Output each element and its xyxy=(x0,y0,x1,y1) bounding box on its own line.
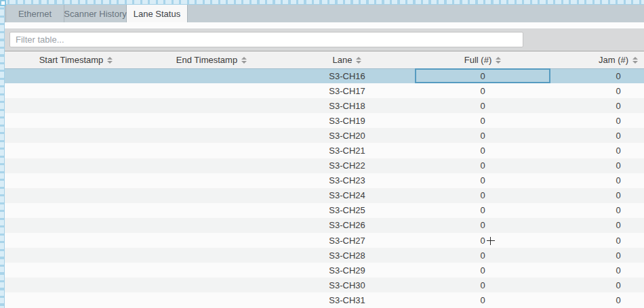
cell-start[interactable] xyxy=(8,203,144,218)
cell-jam[interactable]: 0 xyxy=(550,83,644,98)
cell-full[interactable]: 0 xyxy=(415,278,550,292)
table-row[interactable]: S3-CH1800 xyxy=(0,98,644,113)
cell-start[interactable] xyxy=(8,188,144,203)
cell-start[interactable] xyxy=(8,233,144,248)
tab-lane-status[interactable]: Lane Status xyxy=(127,5,188,22)
cell-lane[interactable]: S3-CH24 xyxy=(279,188,415,203)
table-row[interactable]: S3-CH2100 xyxy=(0,143,644,158)
cell-full[interactable]: 0 xyxy=(415,233,550,248)
cell-full[interactable]: 0 xyxy=(415,173,550,188)
cell-start[interactable] xyxy=(8,248,144,263)
cell-end[interactable] xyxy=(144,173,279,188)
cell-full[interactable]: 0 xyxy=(415,188,550,203)
table-row[interactable]: S3-CH1600 xyxy=(0,68,644,83)
cell-jam[interactable]: 0 xyxy=(550,188,644,203)
cell-end[interactable] xyxy=(144,143,279,158)
cell-lane[interactable]: S3-CH17 xyxy=(279,83,415,98)
cell-start[interactable] xyxy=(8,173,144,188)
cell-jam[interactable]: 0 xyxy=(550,292,644,307)
column-header-lane[interactable]: Lane xyxy=(279,55,415,65)
column-header-end[interactable]: End Timestamp xyxy=(144,55,279,65)
cell-jam[interactable]: 0 xyxy=(550,128,644,143)
table-row[interactable]: S3-CH3100 xyxy=(0,292,644,307)
cell-end[interactable] xyxy=(144,292,279,307)
cell-full[interactable]: 0 xyxy=(415,83,550,98)
cell-jam[interactable]: 0 xyxy=(550,98,644,113)
cell-full[interactable]: 0 xyxy=(415,158,550,173)
table-row[interactable]: S3-CH2800 xyxy=(0,248,644,263)
cell-end[interactable] xyxy=(144,113,279,128)
table-row[interactable]: S3-CH2500 xyxy=(0,203,644,218)
cell-start[interactable] xyxy=(8,158,144,173)
tab-scanner-history[interactable]: Scanner History xyxy=(64,5,127,22)
cell-jam[interactable]: 0 xyxy=(550,233,644,248)
cell-end[interactable] xyxy=(144,188,279,203)
cell-end[interactable] xyxy=(144,203,279,218)
cell-full[interactable]: 0 xyxy=(415,128,550,143)
cell-end[interactable] xyxy=(144,263,279,278)
cell-end[interactable] xyxy=(144,278,279,292)
cell-full[interactable]: 0 xyxy=(415,218,550,233)
cell-start[interactable] xyxy=(8,143,144,158)
cell-jam[interactable]: 0 xyxy=(550,248,644,263)
cell-lane[interactable]: S3-CH18 xyxy=(279,98,415,113)
cell-end[interactable] xyxy=(144,128,279,143)
table-row[interactable]: S3-CH2300 xyxy=(0,173,644,188)
table-row[interactable]: S3-CH2200 xyxy=(0,158,644,173)
cell-lane[interactable]: S3-CH19 xyxy=(279,113,415,128)
cell-full[interactable]: 0 xyxy=(415,203,550,218)
cell-jam[interactable]: 0 xyxy=(550,68,644,83)
selection-resize-handle[interactable] xyxy=(0,0,6,6)
cell-start[interactable] xyxy=(8,263,144,278)
cell-jam[interactable]: 0 xyxy=(550,218,644,233)
cell-full[interactable]: 0 xyxy=(415,113,550,128)
column-header-jam[interactable]: Jam (#) xyxy=(550,55,644,65)
cell-lane[interactable]: S3-CH16 xyxy=(279,68,415,83)
table-row[interactable]: S3-CH3000 xyxy=(0,278,644,292)
cell-lane[interactable]: S3-CH29 xyxy=(279,263,415,278)
table-row[interactable]: S3-CH2000 xyxy=(0,128,644,143)
cell-start[interactable] xyxy=(8,113,144,128)
cell-lane[interactable]: S3-CH27 xyxy=(279,233,415,248)
cell-start[interactable] xyxy=(8,68,144,83)
cell-full[interactable]: 0 xyxy=(415,292,550,307)
cell-end[interactable] xyxy=(144,83,279,98)
filter-table-input[interactable] xyxy=(9,32,523,47)
cell-start[interactable] xyxy=(8,218,144,233)
cell-end[interactable] xyxy=(144,68,279,83)
cell-start[interactable] xyxy=(8,128,144,143)
table-row[interactable]: S3-CH1700 xyxy=(0,83,644,98)
table-row[interactable]: S3-CH2600 xyxy=(0,218,644,233)
cell-full[interactable]: 0 xyxy=(415,98,550,113)
cell-lane[interactable]: S3-CH31 xyxy=(279,292,415,307)
cell-lane[interactable]: S3-CH20 xyxy=(279,128,415,143)
cell-end[interactable] xyxy=(144,218,279,233)
cell-jam[interactable]: 0 xyxy=(550,173,644,188)
table-row[interactable]: S3-CH2400 xyxy=(0,188,644,203)
cell-lane[interactable]: S3-CH30 xyxy=(279,278,415,292)
cell-jam[interactable]: 0 xyxy=(550,143,644,158)
cell-jam[interactable]: 0 xyxy=(550,203,644,218)
cell-lane[interactable]: S3-CH25 xyxy=(279,203,415,218)
cell-start[interactable] xyxy=(8,278,144,292)
cell-full[interactable]: 0 xyxy=(415,143,550,158)
table-row[interactable]: S3-CH2700 xyxy=(0,233,644,248)
cell-start[interactable] xyxy=(8,83,144,98)
column-header-full[interactable]: Full (#) xyxy=(415,55,550,65)
column-header-start[interactable]: Start Timestamp xyxy=(8,55,144,65)
cell-lane[interactable]: S3-CH23 xyxy=(279,173,415,188)
cell-start[interactable] xyxy=(8,98,144,113)
cell-lane[interactable]: S3-CH22 xyxy=(279,158,415,173)
cell-lane[interactable]: S3-CH26 xyxy=(279,218,415,233)
cell-end[interactable] xyxy=(144,233,279,248)
cell-lane[interactable]: S3-CH21 xyxy=(279,143,415,158)
cell-jam[interactable]: 0 xyxy=(550,278,644,292)
cell-end[interactable] xyxy=(144,248,279,263)
cell-lane[interactable]: S3-CH28 xyxy=(279,248,415,263)
table-row[interactable]: S3-CH2900 xyxy=(0,263,644,278)
cell-jam[interactable]: 0 xyxy=(550,158,644,173)
cell-full[interactable]: 0 xyxy=(415,68,550,83)
tab-ethernet[interactable]: Ethernet xyxy=(5,5,64,22)
cell-full[interactable]: 0 xyxy=(415,263,550,278)
cell-start[interactable] xyxy=(8,292,144,307)
